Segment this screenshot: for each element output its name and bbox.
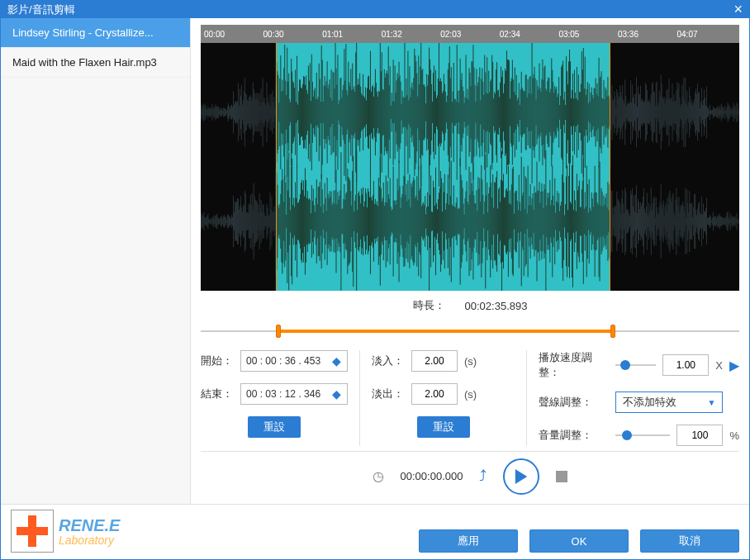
sidebar-item-label: Lindsey Stirling - Crystallize... [12,26,154,39]
speed-input[interactable] [662,354,709,376]
waveform-display[interactable] [201,43,739,291]
start-label: 開始： [201,354,234,368]
range-slider[interactable] [201,324,739,339]
end-time-input[interactable]: 00 : 03 : 12 . 346 ◆ [240,383,348,405]
clock-icon: ◷ [373,468,384,484]
start-time-input[interactable]: 00 : 00 : 36 . 453 ◆ [240,350,348,372]
footer: RENE.E Laboratory 應用 OK 取消 [1,504,749,560]
duration-value: 00:02:35.893 [465,300,528,312]
reset-time-button[interactable]: 重設 [248,416,301,438]
logo-subtext: Laboratory [59,534,120,547]
ok-button[interactable]: OK [529,529,629,553]
spin-icon[interactable]: ◆ [330,387,342,401]
fadeout-unit: (s) [464,388,477,401]
logo-text: RENE.E [59,516,120,535]
timeline-ruler: 00:00 00:30 01:01 01:32 02:03 02:34 03:0… [201,25,739,43]
close-icon[interactable]: × [733,1,743,18]
volume-label: 音量調整： [539,428,609,443]
file-list-sidebar: Lindsey Stirling - Crystallize... Maid w… [1,18,191,504]
tick: 00:00 [204,30,263,39]
duration-bar: 時長： 00:02:35.893 [201,291,739,320]
voice-label: 聲線調整： [539,395,609,410]
speed-label: 播放速度調整： [539,350,609,380]
end-label: 結束： [201,387,234,401]
apply-button[interactable]: 應用 [419,529,518,553]
volume-input[interactable] [676,425,723,446]
window-title: 影片/音訊剪輯 [7,2,75,17]
fadeout-input[interactable] [411,383,458,405]
sidebar-item-file[interactable]: Lindsey Stirling - Crystallize... [1,18,190,48]
sidebar-item-file[interactable]: Maid with the Flaxen Hair.mp3 [1,48,190,78]
volume-unit: % [729,429,739,442]
reset-fade-button[interactable]: 重設 [417,416,470,438]
playback-bar: ◷ 00:00:00.000 ⤴ [201,451,739,501]
brand-logo: RENE.E Laboratory [11,510,120,553]
fadein-input[interactable] [411,350,458,372]
range-end-handle[interactable] [610,325,615,338]
fadein-label: 淡入： [372,354,405,368]
fadeout-label: 淡出： [372,387,405,401]
speed-slider[interactable] [615,363,656,368]
export-icon[interactable]: ⤴ [479,467,487,485]
duration-label: 時長： [413,298,445,313]
tick: 01:01 [322,30,382,39]
spin-icon[interactable]: ◆ [330,354,342,368]
stop-button[interactable] [556,471,567,482]
tick: 03:05 [558,30,618,39]
cancel-button[interactable]: 取消 [640,529,739,553]
tick: 04:07 [677,30,737,39]
fadein-unit: (s) [464,355,477,368]
play-button[interactable] [503,458,539,495]
voice-effect-select[interactable]: 不添加特效 ▼ [615,392,723,413]
chevron-down-icon: ▼ [707,398,715,407]
tick: 03:36 [618,30,677,39]
title-bar: 影片/音訊剪輯 × [1,1,749,18]
tick: 01:32 [382,30,441,39]
volume-slider[interactable] [615,433,670,438]
range-start-handle[interactable] [276,325,281,338]
speed-unit: X [715,359,723,372]
tick: 02:03 [440,30,500,39]
preview-speed-icon[interactable]: ▶ [729,358,739,373]
playback-time: 00:00:00.000 [401,470,463,482]
sidebar-item-label: Maid with the Flaxen Hair.mp3 [12,56,157,69]
tick: 02:34 [500,30,559,39]
tick: 00:30 [263,30,323,39]
